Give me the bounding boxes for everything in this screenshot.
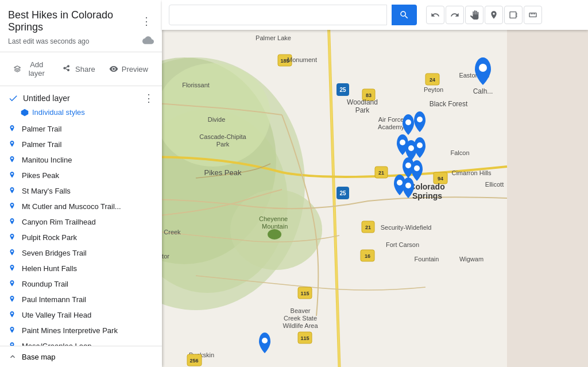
title-row: Best Hikes in Colorado Springs ⋮	[8, 9, 154, 33]
route-icon	[509, 10, 518, 20]
svg-text:25: 25	[339, 87, 346, 93]
svg-text:115: 115	[300, 335, 309, 341]
svg-text:Cheyenne: Cheyenne	[259, 215, 288, 222]
svg-text:Fountain: Fountain	[415, 256, 439, 262]
trail-name: Palmer Trail	[22, 125, 61, 133]
svg-text:Florissant: Florissant	[182, 82, 210, 88]
map-tools	[426, 6, 542, 24]
svg-text:Park: Park	[216, 141, 230, 148]
trail-item[interactable]: Mt Cutler and Muscoco Trail...	[0, 199, 162, 214]
collapse-icon	[8, 352, 17, 361]
measure-icon	[528, 10, 537, 20]
trail-item[interactable]: Pulpit Rock Park	[0, 230, 162, 245]
svg-point-78	[414, 165, 420, 171]
undo-button[interactable]	[426, 6, 444, 24]
svg-point-72	[405, 119, 411, 125]
svg-text:Fort Carson: Fort Carson	[386, 241, 419, 248]
share-button[interactable]: Share	[57, 61, 101, 77]
last-edit-label: Last edit was seconds ago	[8, 37, 89, 45]
trail-item[interactable]: Paint Mines Interpretive Park	[0, 323, 162, 338]
svg-text:Creek State: Creek State	[284, 315, 317, 322]
trail-name: Pikes Peak	[22, 171, 59, 180]
svg-point-77	[405, 163, 411, 168]
add-layer-button[interactable]: Add layer	[8, 57, 55, 81]
layer-header: Untitled layer ⋮	[0, 86, 162, 107]
edit-info: Last edit was seconds ago	[8, 36, 154, 47]
trail-pin-icon	[8, 187, 16, 195]
style-icon	[21, 109, 29, 117]
svg-point-81	[479, 64, 487, 72]
svg-text:115: 115	[300, 291, 309, 296]
trail-item[interactable]: Helen Hunt Falls	[0, 261, 162, 276]
trail-item[interactable]: Manitou Incline	[0, 152, 162, 168]
trail-pin-icon	[8, 141, 16, 149]
svg-text:Springs: Springs	[412, 191, 442, 200]
svg-text:24: 24	[430, 77, 435, 83]
svg-point-80	[405, 183, 411, 188]
more-menu-icon[interactable]: ⋮	[139, 13, 154, 30]
svg-text:Mountain: Mountain	[262, 223, 288, 230]
svg-point-76	[417, 142, 423, 148]
trail-item[interactable]: Pikes Peak	[0, 168, 162, 183]
trail-name: Pulpit Rock Park	[22, 233, 77, 242]
sidebar-header: Best Hikes in Colorado Springs ⋮ Last ed…	[0, 0, 162, 52]
svg-point-90	[11, 219, 13, 221]
trail-item[interactable]: Canyon Rim Trailhead	[0, 214, 162, 230]
search-icon	[399, 10, 409, 20]
sidebar: Best Hikes in Colorado Springs ⋮ Last ed…	[0, 0, 162, 367]
svg-point-75	[408, 145, 414, 151]
trail-item[interactable]: Ute Valley Trail Head	[0, 307, 162, 323]
map-title: Best Hikes in Colorado Springs	[8, 9, 139, 33]
svg-point-82	[262, 338, 268, 343]
svg-text:Pikes Peak: Pikes Peak	[204, 168, 242, 177]
svg-text:Ellicott: Ellicott	[485, 181, 504, 188]
pan-button[interactable]	[465, 6, 483, 24]
svg-point-87	[11, 172, 13, 174]
trail-item[interactable]: Paul Intemann Trail	[0, 292, 162, 307]
trail-name: Helen Hunt Falls	[22, 264, 77, 273]
svg-point-84	[11, 126, 13, 128]
svg-text:Beaver: Beaver	[291, 307, 311, 314]
top-bar	[162, 0, 588, 30]
svg-text:Academy: Academy	[378, 123, 404, 130]
trail-item[interactable]: Seven Bridges Trail	[0, 245, 162, 261]
svg-point-86	[11, 157, 13, 159]
search-input[interactable]	[169, 5, 387, 25]
preview-button[interactable]: Preview	[103, 61, 154, 77]
pin-button[interactable]	[485, 6, 503, 24]
measure-button[interactable]	[524, 6, 542, 24]
svg-text:Black Forest: Black Forest	[430, 100, 468, 108]
trail-name: Ute Valley Trail Head	[22, 311, 91, 319]
route-button[interactable]	[504, 6, 523, 24]
svg-point-96	[11, 312, 13, 314]
svg-text:94: 94	[438, 176, 443, 181]
base-map-section[interactable]: Base map	[0, 346, 162, 367]
trail-item[interactable]: St Mary's Falls	[0, 183, 162, 199]
trail-pin-icon	[8, 296, 16, 304]
svg-point-95	[11, 296, 13, 298]
layer-title-group: Untitled layer	[8, 93, 70, 103]
layer-more-icon[interactable]: ⋮	[144, 92, 154, 105]
redo-button[interactable]	[446, 6, 464, 24]
svg-marker-83	[21, 109, 29, 116]
trail-pin-icon	[8, 280, 16, 288]
search-button[interactable]	[392, 5, 417, 25]
trail-item[interactable]: Roundup Trail	[0, 276, 162, 292]
trail-item[interactable]: Palmer Trail	[0, 121, 162, 137]
trail-pin-icon	[8, 327, 16, 335]
trail-item[interactable]: Palmer Trail	[0, 137, 162, 152]
layer-title: Untitled layer	[23, 94, 70, 103]
trail-pin-icon	[8, 234, 16, 242]
svg-point-73	[417, 117, 423, 122]
svg-point-92	[11, 250, 13, 252]
svg-point-85	[11, 141, 13, 143]
trail-pin-icon	[8, 156, 16, 164]
svg-point-97	[11, 327, 13, 329]
trail-item[interactable]: Mesa/Greenlee Loop	[0, 338, 162, 346]
individual-styles[interactable]: Individual styles	[0, 107, 162, 121]
pin-icon	[489, 10, 498, 20]
svg-text:21: 21	[365, 225, 371, 230]
share-icon	[63, 64, 72, 74]
trail-pin-icon	[8, 311, 16, 319]
preview-icon	[109, 64, 118, 74]
